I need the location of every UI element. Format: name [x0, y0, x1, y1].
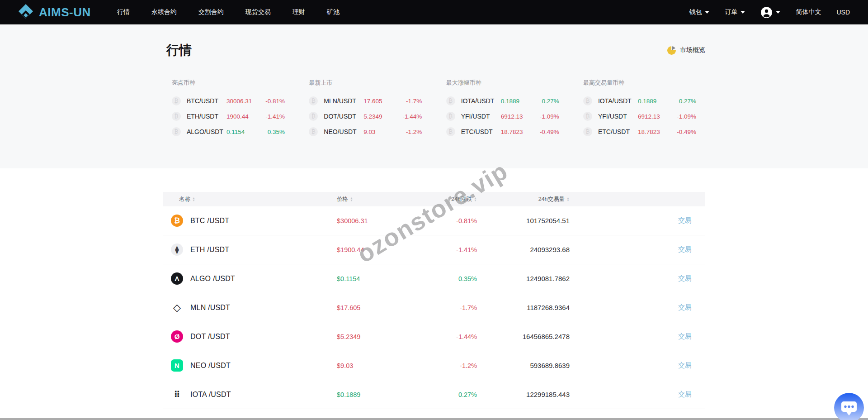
chat-bubble-icon — [834, 416, 864, 420]
price-value: 9.03 — [363, 129, 392, 135]
trade-link[interactable]: 交易 — [678, 216, 692, 224]
trade-link[interactable]: 交易 — [678, 390, 692, 398]
change-value: -0.81% — [405, 217, 477, 224]
chevron-down-icon — [741, 11, 745, 14]
coin-placeholder-icon: ₿ — [583, 96, 592, 105]
coin-placeholder-icon: ₿ — [583, 127, 592, 136]
summary-column-newly-listed: 最新上市 ₿ MLN/USDT 17.605 -1.7% ₿ DOT/USDT … — [309, 79, 422, 139]
trade-link[interactable]: 交易 — [678, 303, 692, 311]
summary-coin-row[interactable]: ₿ ETC/USDT 18.7823 -0.49% — [583, 124, 696, 139]
btc-icon: ₿ — [171, 215, 183, 227]
change-value: -0.49% — [666, 129, 696, 135]
column-header-price[interactable]: 价格 — [337, 196, 405, 203]
summary-coin-row[interactable]: ₿ MLN/USDT 17.605 -1.7% — [309, 93, 422, 109]
summary-coin-row[interactable]: ₿ NEO/USDT 9.03 -1.2% — [309, 124, 422, 139]
price-value: $1900.44 — [337, 246, 405, 253]
user-icon — [760, 6, 773, 19]
change-value: -1.7% — [392, 98, 422, 105]
price-value: $9.03 — [337, 362, 405, 369]
currency-selector[interactable]: USD — [836, 9, 850, 16]
summary-coin-row[interactable]: ₿ BTC/USDT 30006.31 -0.81% — [172, 93, 285, 109]
price-value: 17.605 — [363, 98, 392, 105]
neo-icon: N — [171, 359, 183, 372]
orders-dropdown[interactable]: 订单 — [725, 8, 745, 16]
change-value: 0.27% — [529, 98, 559, 105]
price-value: 6912.13 — [501, 113, 529, 120]
change-value: -1.44% — [405, 333, 477, 340]
table-row[interactable]: ₿ BTC /USDT $30006.31 -0.81% 101752054.5… — [163, 206, 705, 235]
price-value: $0.1154 — [337, 275, 405, 282]
coin-placeholder-icon: ₿ — [172, 127, 181, 136]
table-row[interactable]: ⠿ IOTA /USDT $0.1889 0.27% 12299185.443 … — [163, 380, 705, 409]
summary-coin-row[interactable]: ₿ ETC/USDT 18.7823 -0.49% — [446, 124, 559, 139]
coin-placeholder-icon: ₿ — [309, 127, 318, 136]
summary-column-title: 亮点币种 — [172, 79, 285, 87]
table-row[interactable]: Λ ALGO /USDT $0.1154 0.35% 1249081.7862 … — [163, 264, 705, 293]
pair-label: ETH/USDT — [187, 113, 226, 120]
sort-icon[interactable] — [192, 197, 195, 201]
trade-link[interactable]: 交易 — [678, 245, 692, 253]
column-header-volume[interactable]: 24h交易量 — [477, 196, 570, 203]
table-row[interactable]: ⧫ ETH /USDT $1900.44 -1.41% 24093293.68 … — [163, 235, 705, 264]
summary-coin-row[interactable]: ₿ YFI/USDT 6912.13 -1.09% — [583, 109, 696, 124]
column-header-name[interactable]: 名称 — [163, 196, 337, 203]
change-value: -1.7% — [405, 304, 477, 311]
pair-label: BTC /USDT — [190, 217, 229, 225]
chat-button[interactable] — [834, 393, 864, 420]
dot-icon: Ø — [171, 330, 183, 343]
eth-icon: ⧫ — [171, 243, 183, 256]
nav-item-markets[interactable]: 行情 — [117, 8, 130, 16]
price-value: 6912.13 — [638, 113, 666, 120]
trade-link[interactable]: 交易 — [678, 274, 692, 282]
summary-coin-row[interactable]: ₿ YFI/USDT 6912.13 -1.09% — [446, 109, 559, 124]
column-header-change[interactable]: 24h涨跌 — [405, 196, 477, 203]
language-selector[interactable]: 简体中文 — [796, 8, 821, 16]
market-overview-toggle[interactable]: 市场概览 — [667, 46, 705, 55]
change-value: -1.09% — [666, 113, 696, 120]
summary-coin-row[interactable]: ₿ ETH/USDT 1900.44 -1.41% — [172, 109, 285, 124]
summary-column-highlight: 亮点币种 ₿ BTC/USDT 30006.31 -0.81% ₿ ETH/US… — [172, 79, 285, 139]
pair-label: ALGO /USDT — [190, 275, 235, 283]
market-hero-section: 行情 市场概览 亮点币种 ₿ BTC/USDT 30006.31 -0.81% … — [0, 24, 868, 168]
trade-link[interactable]: 交易 — [678, 361, 692, 369]
coin-placeholder-icon: ₿ — [446, 127, 455, 136]
pair-label: IOTA /USDT — [190, 391, 231, 399]
change-value: -0.49% — [529, 129, 559, 135]
summary-column-top-gainers: 最大涨幅币种 ₿ IOTA/USDT 0.1889 0.27% ₿ YFI/US… — [446, 79, 559, 139]
nav-item-earn[interactable]: 理财 — [292, 8, 305, 16]
sort-icon[interactable] — [566, 197, 570, 201]
pair-label: YFI/USDT — [461, 113, 501, 120]
pair-label: ETH /USDT — [190, 246, 229, 254]
table-row[interactable]: N NEO /USDT $9.03 -1.2% 593689.8639 交易 — [163, 351, 705, 380]
summary-coin-row[interactable]: ₿ ALGO/USDT 0.1154 0.35% — [172, 124, 285, 139]
brand[interactable]: AIMS-UN — [18, 4, 91, 21]
summary-column-top-volume: 最高交易量币种 ₿ IOTA/USDT 0.1889 0.27% ₿ YFI/U… — [583, 79, 696, 139]
coin-placeholder-icon: ₿ — [309, 96, 318, 105]
nav-item-delivery[interactable]: 交割合约 — [198, 8, 224, 16]
change-value: -1.09% — [529, 113, 559, 120]
change-value: -0.81% — [255, 98, 285, 105]
summary-coin-row[interactable]: ₿ IOTA/USDT 0.1889 0.27% — [446, 93, 559, 109]
table-row[interactable]: Ø DOT /USDT $5.2349 -1.44% 16456865.2478… — [163, 322, 705, 351]
mln-icon: ◇ — [171, 301, 183, 314]
change-value: -1.44% — [392, 113, 422, 120]
nav-item-spot[interactable]: 现货交易 — [245, 8, 271, 16]
wallet-dropdown[interactable]: 钱包 — [689, 8, 709, 16]
pair-label: ALGO/USDT — [187, 128, 226, 135]
nav-item-perpetual[interactable]: 永续合约 — [151, 8, 177, 16]
summary-grid: 亮点币种 ₿ BTC/USDT 30006.31 -0.81% ₿ ETH/US… — [163, 79, 705, 139]
trade-link[interactable]: 交易 — [678, 332, 692, 340]
summary-coin-row[interactable]: ₿ DOT/USDT 5.2349 -1.44% — [309, 109, 422, 124]
nav-item-pool[interactable]: 矿池 — [327, 8, 340, 16]
coin-placeholder-icon: ₿ — [172, 96, 181, 105]
summary-coin-row[interactable]: ₿ IOTA/USDT 0.1889 0.27% — [583, 93, 696, 109]
sort-icon[interactable] — [350, 197, 353, 201]
pair-label: ETC/USDT — [598, 128, 638, 135]
horizontal-scrollbar[interactable] — [0, 418, 868, 420]
sort-icon[interactable] — [474, 197, 477, 201]
account-dropdown[interactable] — [760, 6, 780, 19]
volume-value: 24093293.68 — [477, 246, 570, 253]
top-nav: AIMS-UN 行情 永续合约 交割合约 现货交易 理财 矿池 钱包 订单 — [0, 0, 868, 24]
table-row[interactable]: ◇ MLN /USDT $17.605 -1.7% 1187268.9364 交… — [163, 293, 705, 322]
pair-label: NEO/USDT — [324, 128, 363, 135]
